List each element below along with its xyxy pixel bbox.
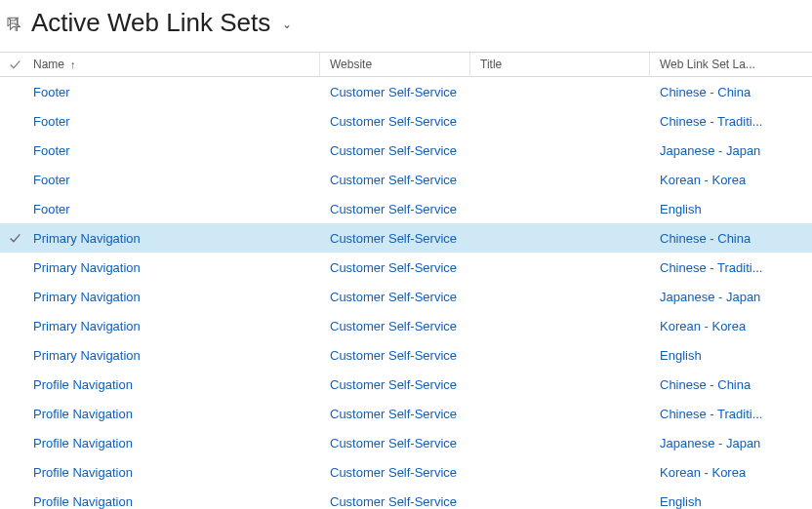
cell-language: Korean - Korea	[650, 165, 812, 194]
chevron-down-icon[interactable]: ⌄	[282, 18, 292, 31]
grid-body: FooterCustomer Self-ServiceChinese - Chi…	[0, 77, 812, 509]
table-row[interactable]: Primary NavigationCustomer Self-ServiceC…	[0, 223, 812, 253]
language-link[interactable]: Japanese - Japan	[660, 436, 760, 450]
cell-name: Primary Navigation	[29, 253, 320, 282]
name-link[interactable]: Footer	[33, 85, 70, 99]
column-header-website[interactable]: Website	[320, 53, 470, 76]
cell-name: Primary Navigation	[29, 340, 320, 370]
name-link[interactable]: Primary Navigation	[33, 290, 141, 304]
name-link[interactable]: Profile Navigation	[33, 465, 133, 480]
table-row[interactable]: Primary NavigationCustomer Self-ServiceK…	[0, 311, 812, 340]
table-row[interactable]: FooterCustomer Self-ServiceChinese - Chi…	[0, 77, 812, 106]
table-row[interactable]: Profile NavigationCustomer Self-ServiceC…	[0, 370, 812, 399]
website-link[interactable]: Customer Self-Service	[330, 260, 457, 275]
name-link[interactable]: Footer	[33, 202, 70, 216]
name-link[interactable]: Footer	[33, 143, 70, 158]
cell-language: English	[650, 340, 812, 370]
column-header-name[interactable]: Name ↑	[29, 53, 320, 76]
table-row[interactable]: Primary NavigationCustomer Self-ServiceE…	[0, 340, 812, 370]
language-link[interactable]: Chinese - Traditi...	[660, 114, 763, 129]
table-row[interactable]: FooterCustomer Self-ServiceKorean - Kore…	[0, 165, 812, 194]
language-link[interactable]: English	[660, 348, 702, 363]
name-link[interactable]: Primary Navigation	[33, 231, 141, 246]
view-title[interactable]: Active Web Link Sets	[31, 8, 270, 38]
pin-icon[interactable]	[6, 16, 21, 31]
cell-title	[470, 106, 650, 136]
cell-title	[470, 223, 650, 253]
column-header-language[interactable]: Web Link Set La...	[650, 53, 812, 76]
language-link[interactable]: Japanese - Japan	[660, 290, 760, 304]
cell-title	[470, 457, 650, 487]
name-link[interactable]: Footer	[33, 173, 70, 187]
table-row[interactable]: Profile NavigationCustomer Self-ServiceC…	[0, 399, 812, 428]
name-link[interactable]: Primary Navigation	[33, 319, 141, 333]
language-link[interactable]: Chinese - Traditi...	[660, 260, 763, 275]
website-link[interactable]: Customer Self-Service	[330, 114, 457, 129]
name-link[interactable]: Profile Navigation	[33, 377, 133, 392]
table-row[interactable]: FooterCustomer Self-ServiceChinese - Tra…	[0, 106, 812, 136]
name-link[interactable]: Profile Navigation	[33, 407, 133, 421]
website-link[interactable]: Customer Self-Service	[330, 494, 457, 509]
table-row[interactable]: Primary NavigationCustomer Self-ServiceC…	[0, 253, 812, 282]
language-link[interactable]: Chinese - China	[660, 377, 751, 392]
language-link[interactable]: English	[660, 494, 702, 509]
name-link[interactable]: Profile Navigation	[33, 436, 133, 450]
cell-website: Customer Self-Service	[320, 487, 470, 509]
website-link[interactable]: Customer Self-Service	[330, 290, 457, 304]
select-all-checkbox[interactable]	[0, 59, 29, 71]
language-link[interactable]: Chinese - China	[660, 231, 751, 246]
grid-header-row: Name ↑ Website Title Web Link Set La...	[0, 52, 812, 77]
website-link[interactable]: Customer Self-Service	[330, 436, 457, 450]
name-link[interactable]: Footer	[33, 114, 70, 129]
website-link[interactable]: Customer Self-Service	[330, 202, 457, 216]
cell-name: Footer	[29, 106, 320, 136]
language-link[interactable]: Korean - Korea	[660, 173, 746, 187]
website-link[interactable]: Customer Self-Service	[330, 348, 457, 363]
cell-language: Japanese - Japan	[650, 282, 812, 311]
table-row[interactable]: Profile NavigationCustomer Self-ServiceK…	[0, 457, 812, 487]
row-checkbox[interactable]	[0, 232, 29, 245]
name-link[interactable]: Profile Navigation	[33, 494, 133, 509]
website-link[interactable]: Customer Self-Service	[330, 173, 457, 187]
cell-title	[470, 136, 650, 165]
cell-title	[470, 165, 650, 194]
language-link[interactable]: English	[660, 202, 702, 216]
cell-website: Customer Self-Service	[320, 77, 470, 106]
cell-language: Korean - Korea	[650, 457, 812, 487]
table-row[interactable]: FooterCustomer Self-ServiceJapanese - Ja…	[0, 136, 812, 165]
view-header: Active Web Link Sets ⌄	[0, 0, 812, 52]
table-row[interactable]: FooterCustomer Self-ServiceEnglish	[0, 194, 812, 223]
cell-language: Chinese - China	[650, 370, 812, 399]
website-link[interactable]: Customer Self-Service	[330, 143, 457, 158]
website-link[interactable]: Customer Self-Service	[330, 377, 457, 392]
language-link[interactable]: Korean - Korea	[660, 465, 746, 480]
website-link[interactable]: Customer Self-Service	[330, 85, 457, 99]
name-link[interactable]: Primary Navigation	[33, 260, 141, 275]
cell-website: Customer Self-Service	[320, 194, 470, 223]
language-link[interactable]: Chinese - China	[660, 85, 751, 99]
cell-website: Customer Self-Service	[320, 311, 470, 340]
cell-website: Customer Self-Service	[320, 165, 470, 194]
cell-website: Customer Self-Service	[320, 340, 470, 370]
column-header-title[interactable]: Title	[470, 53, 650, 76]
table-row[interactable]: Profile NavigationCustomer Self-ServiceE…	[0, 487, 812, 509]
cell-name: Footer	[29, 165, 320, 194]
website-link[interactable]: Customer Self-Service	[330, 319, 457, 333]
name-link[interactable]: Primary Navigation	[33, 348, 141, 363]
website-link[interactable]: Customer Self-Service	[330, 407, 457, 421]
cell-website: Customer Self-Service	[320, 282, 470, 311]
cell-language: English	[650, 487, 812, 509]
column-label: Title	[480, 58, 502, 71]
cell-website: Customer Self-Service	[320, 253, 470, 282]
cell-name: Footer	[29, 194, 320, 223]
website-link[interactable]: Customer Self-Service	[330, 465, 457, 480]
table-row[interactable]: Primary NavigationCustomer Self-ServiceJ…	[0, 282, 812, 311]
language-link[interactable]: Japanese - Japan	[660, 143, 760, 158]
cell-website: Customer Self-Service	[320, 106, 470, 136]
website-link[interactable]: Customer Self-Service	[330, 231, 457, 246]
language-link[interactable]: Korean - Korea	[660, 319, 746, 333]
cell-name: Footer	[29, 77, 320, 106]
sort-asc-icon: ↑	[70, 59, 76, 70]
table-row[interactable]: Profile NavigationCustomer Self-ServiceJ…	[0, 428, 812, 457]
language-link[interactable]: Chinese - Traditi...	[660, 407, 763, 421]
